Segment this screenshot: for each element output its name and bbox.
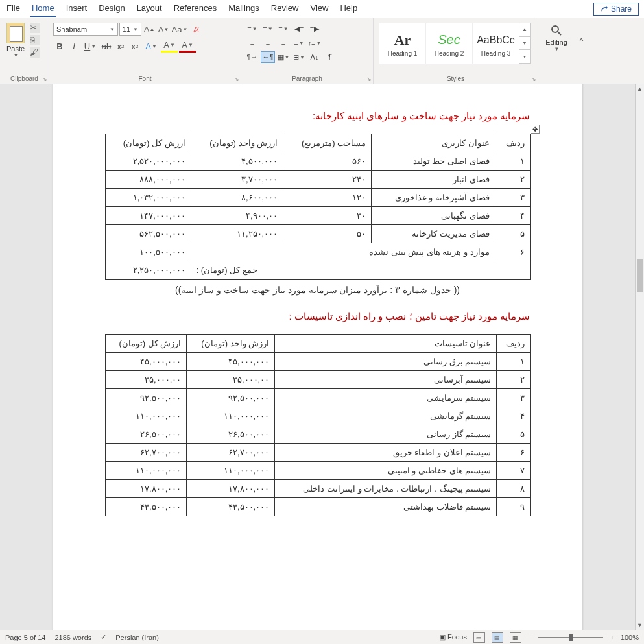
table-header: ارزش واحد (تومان) (187, 335, 275, 353)
zoom-slider[interactable] (538, 637, 603, 638)
multilevel-icon[interactable]: ≡▼ (276, 23, 291, 34)
styles-scroll[interactable]: ▲▼▾ (519, 23, 530, 64)
table-row[interactable]: ۹سیستم فاضلاب بهداشتی۴۳,۵۰۰,۰۰۰۴۳,۵۰۰,۰۰… (105, 498, 530, 516)
read-mode-icon[interactable]: ▭ (473, 632, 485, 643)
heading: سرمایه مورد نیاز جهت ساخت و سازهای ابنیه… (105, 110, 531, 122)
table-row[interactable]: ۷سیستم های حفاظتی و امنیتی۱۱۰,۰۰۰,۰۰۰۱۱۰… (105, 462, 530, 480)
group-label: Paragraph (241, 75, 373, 84)
table-row[interactable]: ۸سیستم پیجینگ ، ارتباطات ، مخابرات و این… (105, 480, 530, 498)
print-layout-icon[interactable]: ▤ (492, 632, 503, 643)
rtl-icon[interactable]: ←¶ (261, 51, 275, 63)
strikethrough-icon[interactable]: ab (100, 40, 113, 53)
scroll-down-icon[interactable]: ▼ (636, 621, 644, 630)
table-move-handle[interactable]: ✥ (531, 125, 540, 134)
dialog-launcher-icon[interactable]: ↘ (234, 76, 239, 82)
styles-gallery[interactable]: ArHeading 1SecHeading 2AaBbCcHeading 3▲▼… (379, 23, 531, 64)
align-right-icon[interactable]: ≡ (276, 37, 291, 49)
table-row[interactable]: ۳فضای آشپزخانه و غذاخوری۱۲۰۸,۶۰۰,۰۰۰۱,۰۳… (105, 189, 530, 207)
borders-icon[interactable]: ⊞▼ (292, 51, 306, 63)
show-marks-icon[interactable]: ¶ (323, 51, 337, 63)
spellcheck-icon[interactable]: ✓ (101, 633, 106, 641)
numbering-icon[interactable]: ≡▼ (261, 23, 275, 34)
paste-button[interactable]: Paste ▼ (3, 20, 29, 58)
superscript-icon[interactable]: x2 (128, 40, 141, 53)
focus-mode[interactable]: ▣ Focus (439, 633, 467, 641)
menu-tab-design[interactable]: Design (97, 1, 126, 17)
status-page[interactable]: Page 5 of 14 (5, 634, 45, 641)
menu-tab-insert[interactable]: Insert (65, 1, 89, 17)
underline-icon[interactable]: U▼ (82, 40, 99, 53)
table-row[interactable]: ۵فضای مدیریت کارخانه۵۰۱۱,۲۵۰,۰۰۰۵۶۲,۵۰۰,… (105, 225, 530, 243)
ltr-icon[interactable]: ¶→ (245, 51, 259, 63)
font-size-select[interactable]: 11▼ (119, 23, 141, 36)
zoom-in-icon[interactable]: + (610, 634, 614, 641)
style-heading-1[interactable]: ArHeading 1 (379, 23, 426, 64)
table-row[interactable]: ۲فضای انبار۲۴۰۳,۷۰۰,۰۰۰۸۸۸,۰۰۰,۰۰۰ (105, 171, 530, 189)
table-row[interactable]: ۱سیستم برق رسانی۴۵,۰۰۰,۰۰۰۴۵,۰۰۰,۰۰۰ (105, 353, 530, 371)
dialog-launcher-icon[interactable]: ↘ (366, 76, 372, 82)
zoom-out-icon[interactable]: − (528, 634, 532, 641)
menu-tab-mailings[interactable]: Mailings (227, 1, 261, 17)
justify-icon[interactable]: ≡▼ (292, 37, 306, 49)
menu-tab-home[interactable]: Home (30, 1, 56, 17)
vertical-scrollbar[interactable]: ▲ ▼ (635, 84, 644, 630)
change-case-icon[interactable]: Aa▼ (171, 23, 188, 36)
status-language[interactable]: Persian (Iran) (115, 634, 159, 641)
grow-font-icon[interactable]: A▲ (143, 23, 156, 36)
text-effects-icon[interactable]: A▼ (143, 40, 160, 53)
table-row[interactable]: ۵سیستم گاز رسانی۲۶,۵۰۰,۰۰۰۲۶,۵۰۰,۰۰۰ (105, 425, 530, 444)
line-spacing-icon[interactable]: ↕≡▼ (307, 37, 322, 49)
dialog-launcher-icon[interactable]: ↘ (531, 76, 536, 82)
menu-tab-help[interactable]: Help (339, 1, 359, 17)
share-button[interactable]: Share (593, 3, 639, 16)
editing-button[interactable]: Editing ▼ (541, 20, 572, 52)
scroll-up-icon[interactable]: ▲ (636, 84, 644, 93)
search-icon (550, 24, 563, 37)
font-color-icon[interactable]: A▼ (179, 40, 196, 53)
share-label: Share (611, 5, 632, 14)
shrink-font-icon[interactable]: A▼ (157, 23, 170, 36)
italic-icon[interactable]: I (67, 40, 80, 53)
table-2[interactable]: ردیفعنوان تاسیساتارزش واحد (تومان)ارزش ک… (105, 334, 531, 516)
clear-format-icon[interactable]: A̷ (189, 23, 202, 36)
decrease-indent-icon[interactable]: ◀≡ (292, 23, 306, 34)
table-row[interactable]: ۴سیستم گرمایشی۱۱۰,۰۰۰,۰۰۰۱۱۰,۰۰۰,۰۰۰ (105, 407, 530, 425)
subscript-icon[interactable]: x2 (114, 40, 127, 53)
menu-tab-layout[interactable]: Layout (136, 1, 163, 17)
menu-tab-references[interactable]: References (173, 1, 218, 17)
menu-tab-review[interactable]: Review (270, 1, 300, 17)
table-row[interactable]: ۱فضای اصلی خط تولید۵۶۰۴,۵۰۰,۰۰۰۲,۵۲۰,۰۰۰… (105, 152, 530, 171)
cut-icon[interactable]: ✂ (30, 23, 40, 33)
copy-icon[interactable]: ⎘ (30, 35, 40, 45)
table-total-row[interactable]: جمع کل (تومان) :۲,۲۵۰,۰۰۰,۰۰۰ (105, 261, 530, 280)
web-layout-icon[interactable]: ▦ (510, 632, 521, 643)
menu-tab-view[interactable]: View (309, 1, 329, 17)
bullets-icon[interactable]: ≡▼ (245, 23, 259, 34)
style-heading-2[interactable]: SecHeading 2 (426, 23, 473, 64)
paste-icon (6, 23, 25, 43)
table-row[interactable]: ۶موارد و هزینه های پیش بینی نشده۱۰۰,۵۰۰,… (105, 243, 530, 261)
highlight-icon[interactable]: A▼ (161, 40, 178, 53)
table-row[interactable]: ۳سیستم سرمایشی۹۲,۵۰۰,۰۰۰۹۲,۵۰۰,۰۰۰ (105, 389, 530, 407)
scroll-thumb[interactable] (637, 259, 643, 292)
status-words[interactable]: 2186 words (54, 634, 91, 641)
table-1[interactable]: ردیفعنوان کاربریمساحت (مترمربع)ارزش واحد… (105, 134, 531, 280)
style-heading-3[interactable]: AaBbCcHeading 3 (473, 23, 519, 64)
font-name-select[interactable]: Shabnam▼ (53, 23, 118, 36)
align-left-icon[interactable]: ≡ (245, 37, 259, 49)
zoom-level[interactable]: 100% (621, 634, 639, 641)
sort-icon[interactable]: A↓ (307, 51, 322, 63)
menu-tab-file[interactable]: File (5, 1, 21, 17)
table-row[interactable]: ۲سیستم آبرسانی۳۵,۰۰۰,۰۰۳۵,۰۰۰,۰۰ (105, 371, 530, 389)
collapse-ribbon-icon[interactable]: ˄ (575, 18, 588, 84)
shading-icon[interactable]: ▦▼ (276, 51, 291, 63)
increase-indent-icon[interactable]: ≡▶ (307, 23, 322, 34)
bold-icon[interactable]: B (53, 40, 66, 53)
table-row[interactable]: ۶سیستم اعلان و اطفاء حریق۶۲,۷۰۰,۰۰۰۶۲,۷۰… (105, 444, 530, 462)
dialog-launcher-icon[interactable]: ↘ (42, 76, 47, 82)
page[interactable]: سرمایه مورد نیاز جهت ساخت و سازهای ابنیه… (53, 84, 582, 630)
align-center-icon[interactable]: ≡ (261, 37, 275, 49)
table-row[interactable]: ۴فضای نگهبانی۳۰۴,۹۰۰,۰۰۱۴۷,۰۰۰,۰۰۰ (105, 207, 530, 225)
format-painter-icon[interactable]: 🖌 (30, 47, 40, 58)
ribbon: Paste ▼ ✂ ⎘ 🖌 Clipboard ↘ Shabnam▼ 11▼ A… (0, 18, 644, 84)
